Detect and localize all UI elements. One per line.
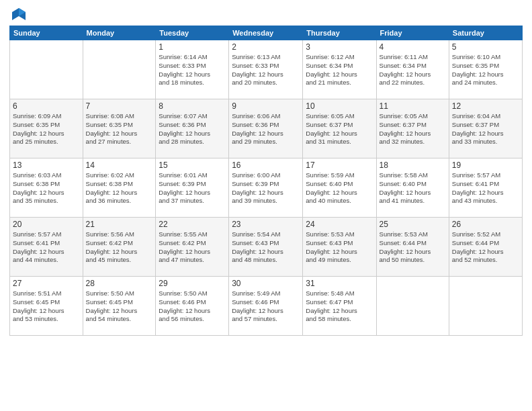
calendar-day-header: Sunday (10, 26, 83, 40)
day-number: 30 (232, 279, 300, 288)
calendar-cell: 26Sunrise: 5:52 AM Sunset: 6:44 PM Dayli… (449, 218, 522, 277)
day-number: 24 (306, 220, 373, 229)
day-info: Sunrise: 6:07 AM Sunset: 6:36 PM Dayligh… (159, 112, 226, 146)
calendar-cell: 24Sunrise: 5:53 AM Sunset: 6:43 PM Dayli… (303, 218, 376, 277)
day-info: Sunrise: 5:51 AM Sunset: 6:45 PM Dayligh… (13, 289, 80, 324)
calendar-header-row: SundayMondayTuesdayWednesdayThursdayFrid… (10, 26, 523, 40)
page: SundayMondayTuesdayWednesdayThursdayFrid… (0, 0, 532, 342)
day-info: Sunrise: 5:55 AM Sunset: 6:42 PM Dayligh… (159, 230, 226, 265)
day-info: Sunrise: 5:48 AM Sunset: 6:47 PM Dayligh… (306, 289, 373, 324)
day-number: 21 (86, 220, 153, 229)
calendar-day-header: Thursday (303, 26, 376, 40)
calendar-cell: 16Sunrise: 6:00 AM Sunset: 6:39 PM Dayli… (229, 158, 303, 218)
logo (9, 7, 27, 20)
day-number: 19 (452, 161, 519, 170)
day-number: 22 (159, 220, 226, 229)
calendar-cell: 13Sunrise: 6:03 AM Sunset: 6:38 PM Dayli… (10, 158, 83, 218)
calendar-day-header: Monday (83, 26, 156, 40)
day-number: 15 (159, 161, 226, 170)
header (9, 7, 523, 20)
calendar-week-row: 6Sunrise: 6:09 AM Sunset: 6:35 PM Daylig… (10, 99, 523, 158)
calendar-cell: 5Sunrise: 6:10 AM Sunset: 6:35 PM Daylig… (449, 40, 522, 99)
day-number: 9 (232, 101, 300, 111)
day-info: Sunrise: 6:06 AM Sunset: 6:36 PM Dayligh… (232, 112, 300, 146)
calendar-cell: 14Sunrise: 6:02 AM Sunset: 6:38 PM Dayli… (83, 158, 156, 218)
day-number: 6 (13, 101, 80, 111)
day-number: 11 (380, 101, 446, 111)
day-info: Sunrise: 6:13 AM Sunset: 6:33 PM Dayligh… (232, 53, 300, 87)
calendar-cell: 12Sunrise: 6:04 AM Sunset: 6:37 PM Dayli… (449, 99, 522, 158)
day-info: Sunrise: 6:02 AM Sunset: 6:38 PM Dayligh… (86, 171, 153, 205)
day-number: 28 (86, 279, 153, 288)
calendar-cell (449, 277, 522, 336)
calendar-day-header: Friday (376, 26, 449, 40)
calendar-week-row: 27Sunrise: 5:51 AM Sunset: 6:45 PM Dayli… (10, 277, 523, 336)
calendar-cell: 20Sunrise: 5:57 AM Sunset: 6:41 PM Dayli… (10, 218, 83, 277)
day-info: Sunrise: 5:53 AM Sunset: 6:43 PM Dayligh… (306, 230, 373, 265)
calendar-cell: 10Sunrise: 6:05 AM Sunset: 6:37 PM Dayli… (303, 99, 376, 158)
day-info: Sunrise: 6:10 AM Sunset: 6:35 PM Dayligh… (452, 53, 519, 87)
day-info: Sunrise: 6:00 AM Sunset: 6:39 PM Dayligh… (232, 171, 300, 205)
calendar-day-header: Saturday (449, 26, 522, 40)
day-info: Sunrise: 5:50 AM Sunset: 6:46 PM Dayligh… (159, 289, 226, 324)
day-info: Sunrise: 6:12 AM Sunset: 6:34 PM Dayligh… (306, 53, 373, 87)
day-info: Sunrise: 6:05 AM Sunset: 6:37 PM Dayligh… (306, 112, 373, 146)
day-number: 5 (452, 42, 519, 52)
calendar-cell (376, 277, 449, 336)
calendar-day-header: Tuesday (156, 26, 229, 40)
day-info: Sunrise: 5:50 AM Sunset: 6:45 PM Dayligh… (86, 289, 153, 324)
calendar-cell: 25Sunrise: 5:53 AM Sunset: 6:44 PM Dayli… (376, 218, 449, 277)
calendar-cell: 2Sunrise: 6:13 AM Sunset: 6:33 PM Daylig… (229, 40, 303, 99)
calendar-cell: 31Sunrise: 5:48 AM Sunset: 6:47 PM Dayli… (303, 277, 376, 336)
day-info: Sunrise: 5:59 AM Sunset: 6:40 PM Dayligh… (306, 171, 373, 205)
day-number: 20 (13, 220, 80, 229)
logo-icon (11, 7, 27, 23)
day-number: 17 (306, 161, 373, 170)
calendar-week-row: 20Sunrise: 5:57 AM Sunset: 6:41 PM Dayli… (10, 218, 523, 277)
day-info: Sunrise: 6:14 AM Sunset: 6:33 PM Dayligh… (159, 53, 226, 87)
calendar-cell: 21Sunrise: 5:56 AM Sunset: 6:42 PM Dayli… (83, 218, 156, 277)
day-info: Sunrise: 5:53 AM Sunset: 6:44 PM Dayligh… (380, 230, 446, 265)
calendar-cell: 11Sunrise: 6:05 AM Sunset: 6:37 PM Dayli… (376, 99, 449, 158)
day-number: 27 (13, 279, 80, 288)
day-info: Sunrise: 6:05 AM Sunset: 6:37 PM Dayligh… (380, 112, 446, 146)
day-info: Sunrise: 6:01 AM Sunset: 6:39 PM Dayligh… (159, 171, 226, 205)
calendar-week-row: 1Sunrise: 6:14 AM Sunset: 6:33 PM Daylig… (10, 40, 523, 99)
day-number: 7 (86, 101, 153, 111)
calendar-cell: 8Sunrise: 6:07 AM Sunset: 6:36 PM Daylig… (156, 99, 229, 158)
calendar-cell: 28Sunrise: 5:50 AM Sunset: 6:45 PM Dayli… (83, 277, 156, 336)
day-info: Sunrise: 5:52 AM Sunset: 6:44 PM Dayligh… (452, 230, 519, 265)
day-number: 26 (452, 220, 519, 229)
day-info: Sunrise: 5:56 AM Sunset: 6:42 PM Dayligh… (86, 230, 153, 265)
day-number: 25 (380, 220, 446, 229)
calendar-cell: 3Sunrise: 6:12 AM Sunset: 6:34 PM Daylig… (303, 40, 376, 99)
day-info: Sunrise: 6:08 AM Sunset: 6:35 PM Dayligh… (86, 112, 153, 146)
calendar-cell (83, 40, 156, 99)
day-info: Sunrise: 5:49 AM Sunset: 6:46 PM Dayligh… (232, 289, 300, 324)
day-info: Sunrise: 5:57 AM Sunset: 6:41 PM Dayligh… (13, 230, 80, 265)
day-info: Sunrise: 6:11 AM Sunset: 6:34 PM Dayligh… (380, 53, 446, 87)
calendar-cell: 27Sunrise: 5:51 AM Sunset: 6:45 PM Dayli… (10, 277, 83, 336)
day-number: 2 (232, 42, 300, 52)
calendar-cell: 19Sunrise: 5:57 AM Sunset: 6:41 PM Dayli… (449, 158, 522, 218)
calendar-cell: 15Sunrise: 6:01 AM Sunset: 6:39 PM Dayli… (156, 158, 229, 218)
calendar-cell: 4Sunrise: 6:11 AM Sunset: 6:34 PM Daylig… (376, 40, 449, 99)
calendar-cell: 17Sunrise: 5:59 AM Sunset: 6:40 PM Dayli… (303, 158, 376, 218)
day-number: 10 (306, 101, 373, 111)
calendar-cell: 18Sunrise: 5:58 AM Sunset: 6:40 PM Dayli… (376, 158, 449, 218)
calendar-cell: 1Sunrise: 6:14 AM Sunset: 6:33 PM Daylig… (156, 40, 229, 99)
day-number: 29 (159, 279, 226, 288)
calendar: SundayMondayTuesdayWednesdayThursdayFrid… (9, 26, 523, 336)
day-info: Sunrise: 6:09 AM Sunset: 6:35 PM Dayligh… (13, 112, 80, 146)
day-info: Sunrise: 6:03 AM Sunset: 6:38 PM Dayligh… (13, 171, 80, 205)
calendar-cell: 6Sunrise: 6:09 AM Sunset: 6:35 PM Daylig… (10, 99, 83, 158)
day-number: 8 (159, 101, 226, 111)
day-number: 23 (232, 220, 300, 229)
calendar-cell: 23Sunrise: 5:54 AM Sunset: 6:43 PM Dayli… (229, 218, 303, 277)
day-number: 4 (380, 42, 446, 52)
calendar-cell: 9Sunrise: 6:06 AM Sunset: 6:36 PM Daylig… (229, 99, 303, 158)
calendar-cell: 22Sunrise: 5:55 AM Sunset: 6:42 PM Dayli… (156, 218, 229, 277)
day-number: 18 (380, 161, 446, 170)
day-number: 1 (159, 42, 226, 52)
day-number: 13 (13, 161, 80, 170)
